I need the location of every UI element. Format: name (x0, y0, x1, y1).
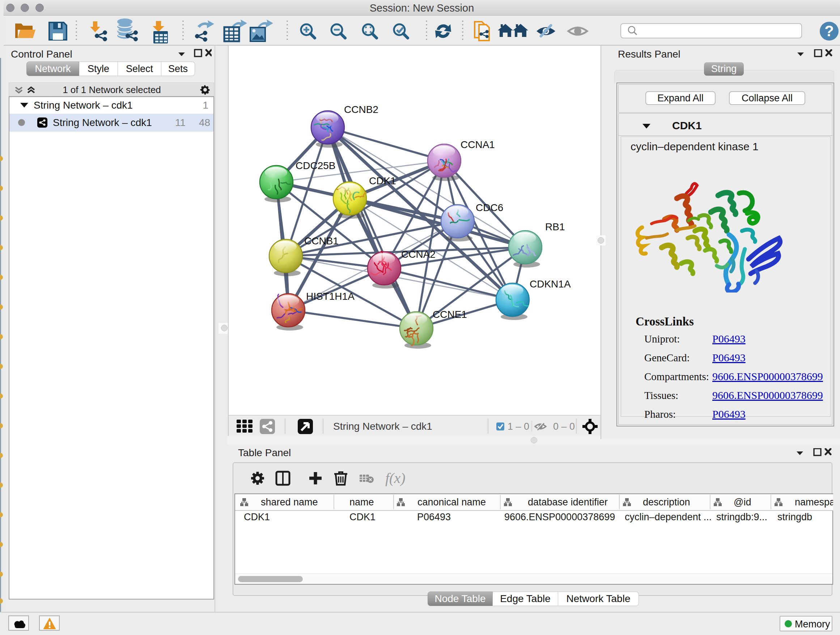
svg-text:CCNE1: CCNE1 (433, 309, 467, 320)
svg-text:HIST1H1A: HIST1H1A (306, 291, 355, 302)
svg-text:@id: @id (734, 497, 751, 508)
svg-text:CCNB1: CCNB1 (304, 235, 339, 247)
svg-text:shared name: shared name (261, 497, 318, 508)
svg-text:CCNA2: CCNA2 (401, 249, 436, 260)
svg-text:database identifier: database identifier (528, 497, 608, 508)
svg-text:RB1: RB1 (545, 221, 565, 233)
svg-text:1 – 0: 1 – 0 (508, 421, 529, 432)
svg-text:CCNA1: CCNA1 (461, 139, 495, 150)
svg-text:CDC25B: CDC25B (295, 160, 335, 171)
svg-text:name: name (349, 497, 374, 508)
svg-text:namespac: namespac (795, 497, 833, 508)
svg-text:CDKN1A: CDKN1A (530, 279, 571, 290)
svg-text:description: description (643, 497, 690, 508)
svg-text:f(x): f(x) (385, 470, 406, 486)
svg-text:?: ? (824, 22, 834, 40)
svg-text:CCNB2: CCNB2 (344, 104, 378, 115)
svg-text:0 – 0: 0 – 0 (553, 421, 575, 432)
svg-text:CDK1: CDK1 (369, 175, 396, 187)
svg-text:canonical name: canonical name (417, 497, 486, 508)
svg-text:CDC6: CDC6 (476, 202, 503, 213)
svg-text:String Network – cdk1: String Network – cdk1 (333, 421, 432, 432)
